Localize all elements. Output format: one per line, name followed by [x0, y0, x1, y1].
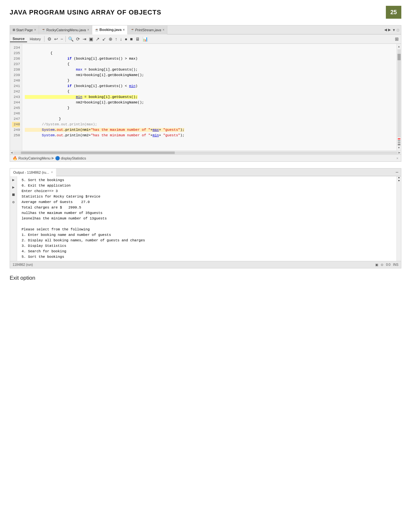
toolbar-btn-1[interactable]: ⚙: [46, 36, 53, 42]
toolbar-btn-minus[interactable]: −: [60, 36, 64, 42]
output-line-12: 3. Display Statistics: [22, 243, 398, 249]
rocky-tab-icon: ☕: [42, 28, 45, 32]
tab-nav-window[interactable]: □: [397, 28, 399, 32]
tab-nav-next[interactable]: ▶: [388, 28, 391, 32]
output-line-14: 5. Sort the bookings: [22, 254, 398, 260]
line-num-234: 234: [12, 45, 20, 51]
line-249: System.out.println(nm2+"has the minimum …: [25, 133, 184, 137]
toolbar-btn-plus[interactable]: ⊞: [394, 36, 400, 42]
line-238: nm1=booking[i].getBookingName();: [25, 73, 144, 77]
toolbar-btn-7[interactable]: ↙: [101, 36, 107, 42]
tab-booking[interactable]: ☕ Booking.java ×: [92, 25, 128, 34]
scroll-marker-4: [398, 144, 400, 145]
toolbar-btn-3[interactable]: ⟳: [75, 36, 81, 42]
output-line-13: 4. Search for booking: [22, 249, 398, 254]
breadcrumb-rocky[interactable]: 🔥 RockyCateringMenu: [13, 156, 51, 160]
printstream-tab-close[interactable]: ×: [162, 28, 164, 32]
output-line-5: Average number of Guests 27.0: [22, 199, 398, 205]
line-num-243: 243: [12, 94, 20, 100]
toolbar-btn-2[interactable]: ↩: [53, 36, 59, 42]
tab-nav-prev[interactable]: ◀: [384, 28, 387, 32]
output-tab-label: Output - 1184862 (ru...: [13, 170, 49, 174]
tab-printstream[interactable]: ☕ PrintStream.java ×: [128, 25, 167, 34]
h-scroll-right[interactable]: ▶: [398, 151, 400, 154]
output-scrollbar[interactable]: ▲ ▼: [396, 176, 401, 261]
breadcrumb-rocky-label: RockyCateringMenu: [18, 156, 51, 160]
breadcrumb-items: 🔥 RockyCateringMenu ▶ 🔵 displayStatistic…: [13, 156, 86, 160]
code-content[interactable]: { if (booking[i].getGuests() > max) { ma…: [22, 44, 396, 150]
status-right: ▣ ⊙ 0:0 INS: [375, 263, 398, 266]
line-num-246: 246: [12, 111, 20, 116]
breadcrumb-display[interactable]: 🔵 displayStatistics: [55, 156, 86, 160]
toolbar-btn-6[interactable]: ↗: [95, 36, 101, 42]
line-247: //System.out.println(max);: [25, 122, 97, 126]
printstream-tab-label: PrintStream.java: [135, 28, 161, 32]
toolbar-btn-4[interactable]: ⇥: [82, 36, 87, 42]
code-scrollbar[interactable]: ▲ ▼: [396, 44, 401, 150]
scroll-track[interactable]: [397, 49, 401, 137]
toolbar-sep-1: [44, 36, 44, 42]
horizontal-scrollbar[interactable]: ◀ ▶: [10, 150, 401, 154]
h-scroll-track[interactable]: [13, 151, 398, 154]
tab-rocky[interactable]: ☕ RockyCateringMenu.java ×: [39, 25, 92, 34]
toolbar-btn-8[interactable]: ⊕: [108, 36, 113, 42]
output-tab[interactable]: Output - 1184862 (ru... ×: [10, 169, 56, 176]
output-line-10: 1. Enter booking name and number of gues…: [22, 232, 398, 238]
scroll-up-btn[interactable]: ▲: [397, 44, 401, 49]
line-num-236: 236: [12, 56, 20, 62]
output-icon-run2[interactable]: ▶: [12, 185, 15, 190]
output-icon-stop[interactable]: ⏹: [12, 192, 15, 198]
toolbar-btn-5[interactable]: ▣: [88, 36, 94, 42]
output-scroll-down[interactable]: ▼: [397, 179, 401, 182]
line-240: if (booking[i].getGuests() < min): [25, 84, 138, 88]
output-sidebar: ▶ ▶ ⏹ ⚙: [10, 176, 17, 261]
line-num-239: 239: [12, 73, 20, 78]
toolbar-btn-13[interactable]: 🖥: [134, 36, 141, 42]
tab-start[interactable]: ⊠ Start Page ×: [10, 25, 39, 34]
line-239: }: [25, 79, 70, 82]
page-number: 25: [386, 6, 401, 19]
line-num-244: 244: [12, 100, 20, 105]
breadcrumb-bar: 🔥 RockyCateringMenu ▶ 🔵 displayStatistic…: [10, 154, 401, 161]
output-line-8: leonelhas the minimum number of 13guests: [22, 216, 398, 221]
source-button[interactable]: Source: [10, 36, 27, 42]
tab-nav-down[interactable]: ▼: [392, 28, 396, 32]
toolbar-btn-14[interactable]: 📊: [142, 36, 149, 42]
booking-tab-close[interactable]: ×: [123, 28, 125, 32]
toolbar: ⚙ ↩ − 🔍 ⟳ ⇥ ▣ ↗ ↙ ⊕ ↑ ↓ ● ■ 🖥 📊 ⊞: [45, 34, 401, 44]
toolbar-btn-11[interactable]: ●: [124, 36, 128, 42]
line-num-241: 241: [12, 83, 20, 89]
output-line-7: nullhas the maximum number of 35guests: [22, 210, 398, 216]
output-tab-close[interactable]: ×: [51, 170, 53, 174]
toolbar-sep-2: [65, 36, 66, 42]
code-area: 234 235 236 237 238 239 240 241 242 243 …: [10, 44, 401, 150]
start-tab-close[interactable]: ×: [34, 28, 36, 32]
output-minimize-btn[interactable]: −: [393, 169, 401, 175]
output-line-9: Please select from the following: [22, 227, 398, 232]
output-content: ▶ ▶ ⏹ ⚙ 5. Sort the bookings 6. Exit the…: [10, 176, 401, 261]
footer-text: Exit option: [10, 275, 35, 281]
status-icon-2: ⊙: [381, 263, 383, 266]
line-236: {: [25, 62, 70, 66]
output-icon-settings[interactable]: ⚙: [12, 200, 15, 205]
start-tab-icon: ⊠: [13, 28, 15, 32]
rocky-tab-close[interactable]: ×: [87, 28, 89, 32]
toolbar-search[interactable]: 🔍: [67, 36, 74, 42]
h-scroll-left[interactable]: ◀: [11, 151, 13, 154]
breadcrumb-display-label: displayStatistics: [61, 156, 86, 160]
output-line-6: Total charges are $ 2999.5: [22, 205, 398, 210]
line-243: nm2=booking[i].getBookingName();: [25, 101, 144, 104]
output-icon-run1[interactable]: ▶: [12, 178, 15, 183]
line-num-238: 238: [12, 67, 20, 73]
breadcrumb-close-btn[interactable]: ×: [396, 156, 398, 160]
line-248: System.out.println(nm1+"has the maximum …: [25, 128, 184, 132]
output-text: 5. Sort the bookings 6. Exit the applica…: [22, 178, 398, 260]
line-num-242: 242: [12, 89, 20, 94]
toolbar-btn-10[interactable]: ↓: [119, 36, 123, 42]
scroll-down-btn[interactable]: ▼: [397, 146, 401, 150]
history-button[interactable]: History: [27, 36, 43, 42]
tab-bar: ⊠ Start Page × ☕ RockyCateringMenu.java …: [10, 25, 401, 34]
toolbar-btn-12[interactable]: ■: [129, 36, 133, 42]
rocky-tab-label: RockyCateringMenu.java: [46, 28, 86, 32]
toolbar-btn-9[interactable]: ↑: [114, 36, 118, 42]
